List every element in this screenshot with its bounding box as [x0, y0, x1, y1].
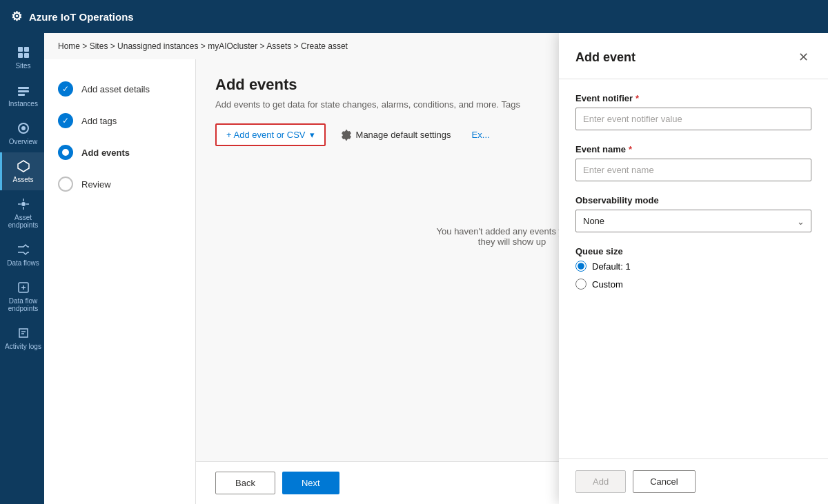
- queue-size-default-radio[interactable]: [575, 261, 586, 272]
- sidebar-item-asset-endpoints[interactable]: Asset endpoints: [0, 190, 44, 236]
- step-label-add-asset-details: Add asset details: [81, 84, 150, 94]
- breadcrumb-assets[interactable]: Assets: [266, 41, 291, 51]
- topbar: ⚙ Azure IoT Operations: [0, 0, 828, 33]
- event-name-input[interactable]: [575, 159, 811, 181]
- step-indicator-add-events: [58, 145, 73, 160]
- event-notifier-field-group: Event notifier *: [575, 93, 811, 130]
- required-indicator: *: [635, 93, 639, 103]
- close-panel-button[interactable]: ✕: [796, 47, 811, 68]
- svg-point-9: [21, 202, 26, 206]
- svg-rect-3: [24, 53, 29, 58]
- queue-size-custom-label: Custom: [592, 279, 623, 290]
- queue-size-field-group: Queue size Default: 1 Custom: [575, 246, 811, 290]
- sidebar: Sites Instances Overview Assets Asset en…: [0, 33, 44, 504]
- wizard-step-review[interactable]: Review: [44, 168, 195, 200]
- sidebar-item-activity-logs[interactable]: Activity logs: [0, 319, 44, 357]
- export-label: Ex...: [472, 130, 490, 140]
- side-panel-title: Add event: [575, 50, 635, 65]
- wizard-step-add-tags[interactable]: ✓ Add tags: [44, 105, 195, 137]
- content-area: Home > Sites > Unassigned instances > my…: [44, 33, 828, 504]
- queue-size-custom-option[interactable]: Custom: [575, 279, 811, 290]
- data-flows-icon: [17, 243, 30, 256]
- event-name-field-group: Event name *: [575, 144, 811, 181]
- event-notifier-label: Event notifier *: [575, 93, 811, 103]
- svg-rect-6: [18, 94, 25, 96]
- breadcrumb-create-asset: Create asset: [301, 41, 348, 51]
- activity-logs-icon: [17, 326, 30, 340]
- svg-rect-4: [18, 87, 29, 89]
- sidebar-label-overview: Overview: [9, 138, 38, 145]
- required-indicator-name: *: [629, 144, 632, 154]
- sidebar-item-sites[interactable]: Sites: [0, 39, 44, 77]
- sidebar-item-data-flow-endpoints[interactable]: Data flow endpoints: [0, 274, 44, 319]
- observability-mode-select[interactable]: None Log Metric Trace: [575, 210, 811, 232]
- sidebar-label-asset-endpoints: Asset endpoints: [5, 214, 41, 229]
- sidebar-label-activity-logs: Activity logs: [5, 343, 41, 350]
- back-button[interactable]: Back: [215, 472, 275, 494]
- svg-rect-2: [18, 53, 23, 58]
- step-indicator-add-asset-details: ✓: [58, 81, 73, 97]
- queue-size-default-option[interactable]: Default: 1: [575, 261, 811, 272]
- step-label-review: Review: [81, 179, 111, 190]
- observability-mode-field-group: Observability mode None Log Metric Trace…: [575, 195, 811, 232]
- breadcrumb-home[interactable]: Home: [58, 41, 80, 51]
- overview-icon: [17, 121, 30, 135]
- manage-settings-button[interactable]: Manage default settings: [331, 125, 461, 145]
- add-event-side-panel: Add event ✕ Event notifier * Event name: [559, 33, 828, 504]
- queue-size-radio-group: Default: 1 Custom: [575, 261, 811, 290]
- sidebar-label-data-flows: Data flows: [7, 259, 39, 267]
- sidebar-item-instances[interactable]: Instances: [0, 77, 44, 114]
- step-indicator-add-tags: ✓: [58, 113, 73, 128]
- step-label-add-events: Add events: [81, 148, 130, 158]
- svg-point-8: [21, 126, 26, 130]
- observability-mode-label: Observability mode: [575, 195, 811, 205]
- side-panel-header: Add event ✕: [559, 33, 828, 79]
- svg-rect-0: [18, 47, 23, 52]
- sidebar-item-assets[interactable]: Assets: [0, 152, 44, 190]
- next-button[interactable]: Next: [282, 472, 339, 494]
- queue-size-custom-radio[interactable]: [575, 279, 586, 290]
- add-event-button-label: + Add event or CSV: [226, 130, 306, 140]
- step-label-add-tags: Add tags: [81, 116, 117, 126]
- event-name-label: Event name *: [575, 144, 811, 154]
- step-indicator-review: [58, 177, 73, 192]
- app-icon: ⚙: [11, 9, 22, 24]
- cancel-event-button[interactable]: Cancel: [633, 470, 695, 493]
- queue-size-default-label: Default: 1: [592, 261, 631, 272]
- sidebar-label-data-flow-endpoints: Data flow endpoints: [5, 297, 41, 312]
- breadcrumb-unassigned-instances[interactable]: Unassigned instances: [117, 41, 198, 51]
- sidebar-item-data-flows[interactable]: Data flows: [0, 236, 44, 274]
- svg-rect-1: [24, 47, 29, 52]
- event-notifier-input[interactable]: [575, 108, 811, 130]
- breadcrumb-sites[interactable]: Sites: [90, 41, 108, 51]
- wizard-step-add-events[interactable]: Add events: [44, 137, 195, 168]
- manage-settings-label: Manage default settings: [356, 130, 451, 140]
- add-event-button[interactable]: + Add event or CSV ▾: [215, 123, 326, 146]
- chevron-down-icon: ▾: [310, 130, 315, 140]
- app-title: Azure IoT Operations: [29, 11, 134, 23]
- data-flow-endpoints-icon: [17, 281, 30, 294]
- sites-icon: [17, 46, 30, 59]
- add-event-submit-button[interactable]: Add: [575, 470, 626, 493]
- wizard-steps: ✓ Add asset details ✓ Add tags Add event…: [44, 59, 196, 504]
- queue-size-label: Queue size: [575, 246, 811, 256]
- main-layout: Sites Instances Overview Assets Asset en…: [0, 33, 828, 504]
- sidebar-label-instances: Instances: [8, 100, 38, 108]
- side-panel-body: Event notifier * Event name *: [559, 79, 828, 458]
- svg-rect-5: [18, 90, 29, 92]
- sidebar-item-overview[interactable]: Overview: [0, 114, 44, 152]
- sidebar-label-assets: Assets: [12, 176, 33, 183]
- assets-icon: [17, 159, 30, 173]
- instances-icon: [17, 83, 30, 97]
- breadcrumb-cluster[interactable]: myAIOcluster: [208, 41, 257, 51]
- wizard-step-add-asset-details[interactable]: ✓ Add asset details: [44, 73, 195, 105]
- side-panel-footer: Add Cancel: [559, 458, 828, 504]
- sidebar-label-sites: Sites: [15, 62, 30, 70]
- observability-mode-select-wrapper: None Log Metric Trace ⌄: [575, 210, 811, 232]
- gear-icon: [341, 130, 352, 141]
- asset-endpoints-icon: [17, 197, 30, 211]
